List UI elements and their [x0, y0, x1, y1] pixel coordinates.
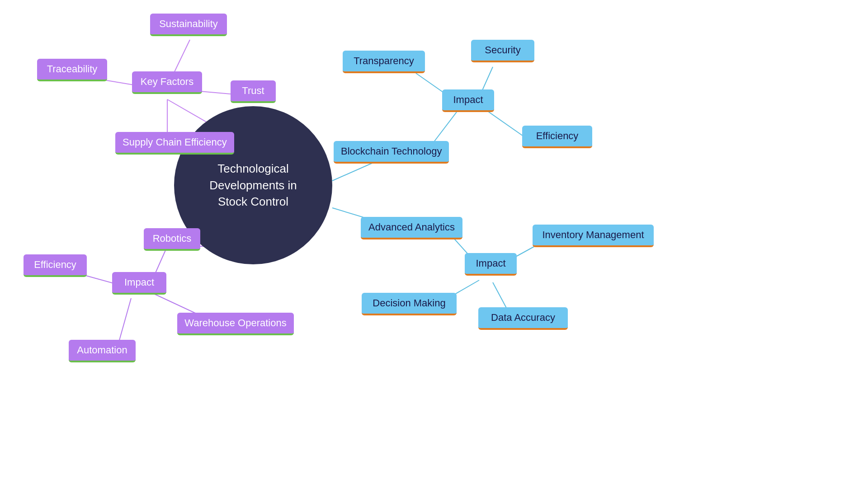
center-label: Technological Developments in Stock Cont…	[174, 151, 332, 219]
transparency-node: Transparency	[343, 51, 425, 73]
advanced-analytics-node: Advanced Analytics	[361, 217, 462, 239]
trust-node: Trust	[231, 80, 276, 103]
inventory-management-node: Inventory Management	[533, 225, 654, 247]
supply-chain-efficiency-node: Supply Chain Efficiency	[115, 132, 234, 155]
svg-line-10	[332, 162, 375, 181]
automation-node: Automation	[69, 340, 136, 362]
blockchain-technology-node: Blockchain Technology	[334, 141, 449, 164]
decision-making-node: Decision Making	[362, 293, 457, 315]
impact-left-node: Impact	[112, 272, 166, 295]
sustainability-node: Sustainability	[150, 14, 227, 36]
traceability-node: Traceability	[37, 59, 107, 81]
key-factors-node: Key Factors	[132, 71, 202, 94]
warehouse-operations-node: Warehouse Operations	[177, 313, 294, 335]
data-accuracy-node: Data Accuracy	[478, 307, 568, 330]
impact-right-top-node: Impact	[442, 89, 494, 112]
impact-right-bot-node: Impact	[465, 253, 517, 276]
robotics-node: Robotics	[144, 228, 200, 251]
security-node: Security	[471, 40, 534, 62]
efficiency-left-node: Efficiency	[24, 254, 87, 277]
efficiency-right-node: Efficiency	[522, 126, 592, 148]
